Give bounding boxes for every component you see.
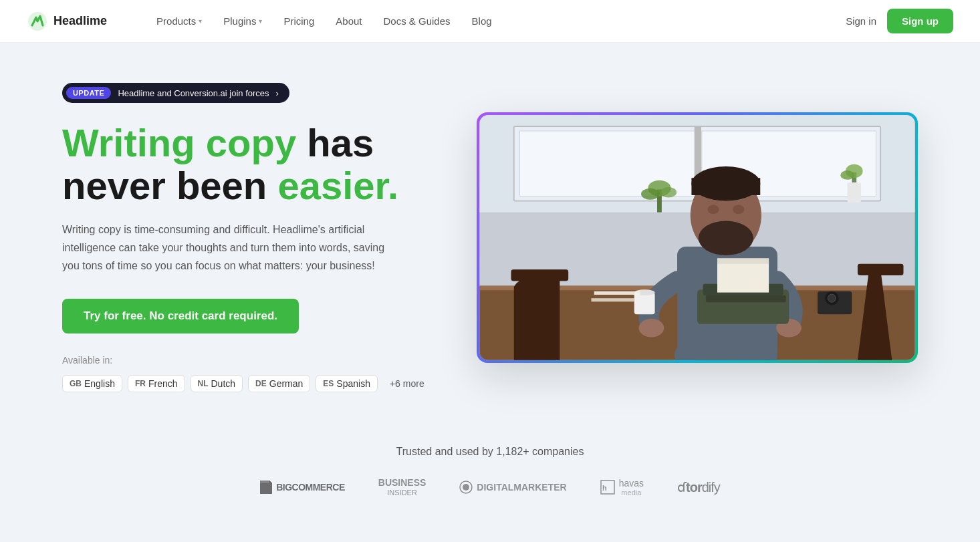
signin-link[interactable]: Sign in (846, 15, 876, 27)
more-languages[interactable]: +6 more (383, 376, 431, 392)
trusted-logos: BIGCOMMERCE BUSINESS INSIDER DIGITALMARK… (40, 478, 940, 497)
svg-point-21 (639, 319, 664, 337)
svg-rect-14 (848, 182, 862, 202)
nav-blog[interactable]: Blog (463, 10, 501, 32)
dm-icon (459, 481, 473, 494)
bigcommerce-text: BIGCOMMERCE (276, 482, 345, 493)
navbar: Headlime Products ▾ Plugins ▾ Pricing Ab… (0, 0, 980, 43)
logo-text: Headlime (53, 14, 107, 28)
update-arrow-icon: › (276, 88, 279, 98)
logo-bigcommerce: BIGCOMMERCE (260, 481, 345, 494)
bi-text: BUSINESS INSIDER (378, 478, 426, 496)
chordify-text: ɗtordify (677, 479, 720, 495)
chevron-down-icon: ▾ (259, 17, 262, 25)
lang-german[interactable]: DE German (248, 375, 310, 392)
trusted-section: Trusted and used by 1,182+ companies BIG… (0, 419, 980, 523)
language-list: GB English FR French NL Dutch DE German … (62, 375, 437, 392)
svg-marker-44 (269, 481, 272, 483)
bigcommerce-icon (260, 481, 272, 494)
havas-icon: h (600, 480, 615, 495)
lang-name-french: French (148, 378, 178, 389)
cta-button[interactable]: Try for free. No credit card required. (62, 299, 299, 333)
available-in-label: Available in: (62, 355, 437, 366)
logo-digitalmarketer: DIGITALMARKETER (459, 481, 566, 494)
svg-marker-43 (260, 481, 269, 483)
nav-about[interactable]: About (326, 10, 371, 32)
hero-image-frame (477, 112, 918, 363)
hero-illustration (479, 115, 915, 360)
lang-name-dutch: Dutch (211, 378, 236, 389)
lang-spanish[interactable]: ES Spanish (316, 375, 378, 392)
svg-point-13 (840, 170, 854, 180)
logo-chordify: ɗtordify (677, 479, 720, 495)
svg-point-9 (641, 188, 659, 200)
flag-de: DE (255, 379, 267, 388)
nav-docs[interactable]: Docs & Guides (374, 10, 460, 32)
flag-fr: FR (135, 379, 146, 388)
hero-section: UPDATE Headlime and Conversion.ai join f… (22, 43, 958, 419)
dm-text: DIGITALMARKETER (477, 482, 566, 493)
headline-black1: has (296, 121, 374, 164)
lang-name-spanish: Spanish (336, 378, 370, 389)
logo-havas: h havas media (600, 478, 644, 497)
svg-rect-32 (706, 295, 786, 302)
nav-links: Products ▾ Plugins ▾ Pricing About Docs … (147, 10, 846, 32)
lang-name-english: English (84, 378, 115, 389)
hero-subtext: Writing copy is time-consuming and diffi… (62, 221, 396, 275)
svg-point-29 (733, 205, 744, 215)
update-badge: UPDATE (66, 87, 111, 99)
lang-name-german: German (269, 378, 303, 389)
hero-image-container (477, 112, 918, 363)
havas-text: havas media (619, 478, 644, 497)
flag-nl: NL (198, 379, 209, 388)
hero-headline: Writing copy has never been easier. (62, 122, 437, 207)
update-text: Headlime and Conversion.ai join forces (118, 88, 269, 98)
logo-icon (27, 11, 48, 32)
svg-rect-17 (511, 270, 569, 281)
svg-point-46 (463, 484, 469, 491)
svg-rect-33 (717, 261, 769, 293)
flag-es: ES (323, 379, 334, 388)
svg-rect-35 (634, 293, 655, 315)
lang-english[interactable]: GB English (62, 375, 122, 392)
logo-link[interactable]: Headlime (27, 11, 107, 32)
update-banner[interactable]: UPDATE Headlime and Conversion.ai join f… (62, 83, 289, 103)
nav-products[interactable]: Products ▾ (147, 10, 211, 32)
headline-green1: Writing copy (62, 121, 296, 164)
signup-button[interactable]: Sign up (887, 9, 953, 33)
nav-plugins[interactable]: Plugins ▾ (214, 10, 271, 32)
svg-rect-27 (691, 178, 760, 195)
lang-dutch[interactable]: NL Dutch (191, 375, 243, 392)
chevron-down-icon: ▾ (199, 17, 202, 25)
svg-rect-34 (717, 258, 769, 264)
svg-text:h: h (602, 484, 607, 492)
svg-point-41 (828, 294, 836, 302)
hero-image (479, 115, 915, 360)
hero-content: UPDATE Headlime and Conversion.ai join f… (62, 83, 437, 392)
svg-point-10 (660, 187, 677, 197)
svg-rect-38 (591, 298, 634, 301)
svg-rect-18 (858, 264, 904, 275)
nav-right: Sign in Sign up (846, 9, 953, 33)
headline-green2: easier. (277, 164, 398, 207)
svg-rect-37 (594, 291, 640, 295)
lang-french[interactable]: FR French (128, 375, 185, 392)
flag-gb: GB (70, 379, 82, 388)
headline-black2: never been (62, 164, 277, 207)
trusted-title: Trusted and used by 1,182+ companies (40, 446, 940, 458)
svg-point-25 (699, 221, 753, 255)
svg-point-28 (707, 205, 719, 215)
nav-pricing[interactable]: Pricing (274, 10, 324, 32)
logo-business-insider: BUSINESS INSIDER (378, 478, 426, 496)
